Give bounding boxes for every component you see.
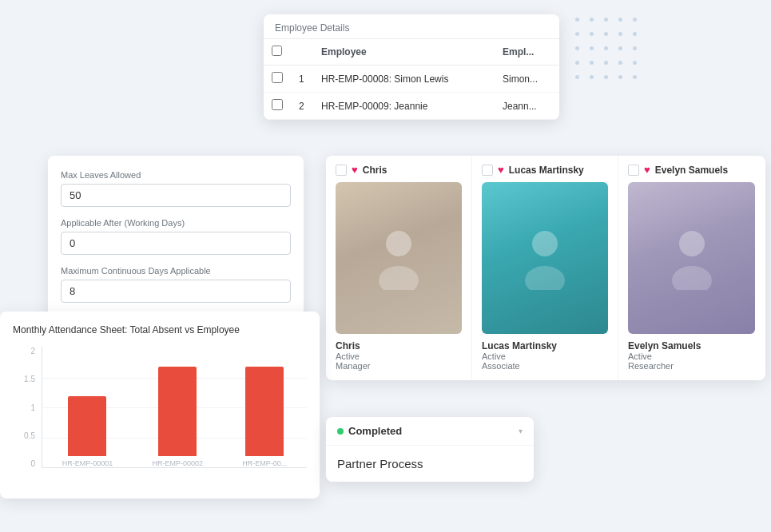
- row2-short: Jeann...: [495, 93, 559, 120]
- card-evelyn-heart-icon[interactable]: ♥: [644, 164, 650, 176]
- svg-point-0: [386, 231, 411, 256]
- svg-point-1: [379, 266, 419, 290]
- leave-field-continuous-label: Maximum Continuous Days Applicable: [61, 266, 291, 276]
- y-label-2: 2: [13, 347, 40, 355]
- table-employee-header: Employee: [313, 39, 495, 66]
- card-lucas-name: Lucas Martinsky: [509, 165, 584, 176]
- dropdown-arrow-icon[interactable]: ▾: [519, 427, 523, 435]
- employee-details-title: Employee Details: [264, 14, 559, 38]
- bar-label-1: HR-EMP-00001: [62, 459, 113, 467]
- y-label-15: 1.5: [13, 375, 40, 383]
- process-header: Completed ▾: [326, 417, 534, 446]
- process-status: Completed: [337, 425, 402, 437]
- card-lucas-info: Lucas Martinsky Active Associate: [482, 340, 608, 371]
- card-chris-info: Chris Active Manager: [336, 340, 462, 371]
- y-label-1: 1: [13, 403, 40, 412]
- svg-point-5: [672, 266, 712, 290]
- card-evelyn-status: Active: [628, 351, 755, 361]
- svg-point-4: [679, 231, 705, 256]
- leave-field-after-input[interactable]: [61, 232, 291, 255]
- row1-short: Simon...: [495, 66, 559, 93]
- y-label-0: 0: [13, 459, 40, 468]
- card-lucas-checkbox[interactable]: [482, 165, 493, 176]
- bar-2: [158, 367, 197, 456]
- employee-card-lucas: ♥ Lucas Martinsky Lucas Martinsky Active…: [472, 156, 618, 380]
- bars-area: HR-EMP-00001 HR-EMP-00002 HR-EMP-00...: [42, 347, 307, 468]
- bar-1: [68, 396, 106, 456]
- leave-field-after-label: Applicable After (Working Days): [61, 218, 291, 228]
- card-chris-checkbox[interactable]: [336, 165, 347, 176]
- employee-details-card: Employee Details Employee Empl... 1 HR-E…: [264, 14, 559, 120]
- card-lucas-role: Associate: [482, 361, 608, 371]
- card-lucas-fullname: Lucas Martinsky: [482, 340, 608, 351]
- bar-label-3: HR-EMP-00...: [242, 459, 287, 467]
- leave-field-max: Max Leaves Allowed: [61, 170, 291, 207]
- leave-field-max-label: Max Leaves Allowed: [61, 170, 291, 180]
- row1-check[interactable]: [264, 66, 291, 93]
- attendance-chart-card: Monthly Attendance Sheet: Total Absent v…: [0, 312, 320, 498]
- bar-group-3: HR-EMP-00...: [242, 367, 287, 467]
- employee-cards-container: ♥ Chris Chris Active Manager ♥ Lucas Mar…: [326, 156, 765, 380]
- card-lucas-photo: [482, 182, 608, 334]
- card-evelyn-name: Evelyn Samuels: [655, 165, 728, 176]
- card-chris-status: Active: [336, 351, 462, 361]
- employee-table: Employee Empl... 1 HR-EMP-00008: Simon L…: [264, 38, 559, 120]
- card-chris-photo: [336, 182, 462, 334]
- table-row: 2 HR-EMP-00009: Jeannie Jeann...: [264, 93, 559, 120]
- process-status-label: Completed: [348, 425, 402, 437]
- bar-group-2: HR-EMP-00002: [152, 367, 203, 467]
- y-axis: 0 0.5 1 1.5 2: [13, 347, 40, 468]
- bar-group-1: HR-EMP-00001: [62, 396, 113, 467]
- chart-area: 0 0.5 1 1.5 2 HR-EMP-00001 HR-EMP-00002 …: [13, 347, 307, 490]
- card-evelyn-checkbox[interactable]: [628, 165, 639, 176]
- chart-title: Monthly Attendance Sheet: Total Absent v…: [13, 324, 307, 335]
- table-employee2-header: Empl...: [495, 39, 559, 66]
- card-chris-fullname: Chris: [336, 340, 462, 351]
- card-chris-heart-icon[interactable]: ♥: [352, 164, 358, 176]
- row1-num: 1: [291, 66, 313, 93]
- card-chris-role: Manager: [336, 361, 462, 371]
- svg-point-3: [525, 266, 565, 290]
- leave-field-continuous: Maximum Continuous Days Applicable: [61, 266, 291, 303]
- bar-3: [245, 367, 284, 456]
- leave-field-continuous-input[interactable]: [61, 280, 291, 303]
- card-chris-name: Chris: [363, 165, 387, 176]
- row1-employee: HR-EMP-00008: Simon Lewis: [313, 66, 495, 93]
- card-lucas-heart-icon[interactable]: ♥: [498, 164, 504, 176]
- employee-card-chris: ♥ Chris Chris Active Manager: [326, 156, 472, 380]
- dot-grid-decoration: [575, 18, 642, 85]
- table-check-header: [264, 39, 291, 66]
- y-label-05: 0.5: [13, 431, 40, 440]
- row2-check[interactable]: [264, 93, 291, 120]
- table-num-header: [291, 39, 313, 66]
- row2-num: 2: [291, 93, 313, 120]
- svg-point-2: [532, 231, 558, 256]
- card-evelyn-role: Researcher: [628, 361, 755, 371]
- process-card: Completed ▾ Partner Process: [326, 417, 534, 482]
- leave-field-max-input[interactable]: [61, 184, 291, 207]
- card-evelyn-photo: [628, 182, 755, 334]
- card-evelyn-info: Evelyn Samuels Active Researcher: [628, 340, 755, 371]
- bar-label-2: HR-EMP-00002: [152, 459, 203, 467]
- employee-card-evelyn: ♥ Evelyn Samuels Evelyn Samuels Active R…: [618, 156, 765, 380]
- card-evelyn-fullname: Evelyn Samuels: [628, 340, 755, 351]
- leave-field-after: Applicable After (Working Days): [61, 218, 291, 255]
- leave-policy-card: Max Leaves Allowed Applicable After (Wor…: [48, 156, 304, 328]
- select-all-checkbox[interactable]: [272, 46, 282, 56]
- row2-employee: HR-EMP-00009: Jeannie: [313, 93, 495, 120]
- process-body: Partner Process: [326, 446, 534, 482]
- table-row: 1 HR-EMP-00008: Simon Lewis Simon...: [264, 66, 559, 93]
- status-dot-icon: [337, 428, 344, 435]
- process-name: Partner Process: [337, 457, 523, 470]
- card-lucas-status: Active: [482, 351, 608, 361]
